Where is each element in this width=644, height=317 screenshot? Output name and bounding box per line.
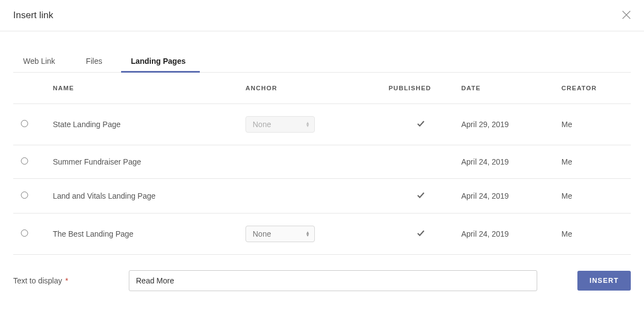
table-row: Land and Vitals Landing PageApril 24, 20…	[13, 179, 631, 214]
col-select	[13, 73, 48, 104]
row-published	[384, 214, 457, 255]
row-name: Summer Fundraiser Page	[48, 145, 241, 179]
row-creator: Me	[557, 145, 631, 179]
anchor-value: None	[253, 229, 271, 238]
table-row: State Landing PageNone▲▼April 29, 2019Me	[13, 104, 631, 145]
row-date: April 29, 2019	[457, 104, 557, 145]
table-row: The Best Landing PageNone▲▼April 24, 201…	[13, 214, 631, 255]
col-published[interactable]: Published	[384, 73, 457, 104]
row-date: April 24, 2019	[457, 179, 557, 214]
close-icon[interactable]	[622, 10, 631, 21]
row-anchor-cell	[241, 145, 384, 179]
row-published	[384, 104, 457, 145]
row-published	[384, 145, 457, 179]
tab-files[interactable]: Files	[72, 51, 117, 72]
select-arrows-icon: ▲▼	[305, 231, 310, 237]
footer-row: Text to display * Insert	[13, 270, 631, 291]
row-creator: Me	[557, 179, 631, 214]
col-anchor[interactable]: Anchor	[241, 73, 384, 104]
text-to-display-input[interactable]	[129, 270, 537, 291]
row-name: The Best Landing Page	[48, 214, 241, 255]
row-date: April 24, 2019	[457, 145, 557, 179]
col-creator[interactable]: Creator	[557, 73, 631, 104]
display-label-text: Text to display	[13, 276, 62, 285]
row-radio[interactable]	[21, 229, 28, 237]
check-icon	[417, 230, 425, 239]
select-arrows-icon: ▲▼	[305, 122, 310, 127]
tabs: Web Link Files Landing Pages	[13, 51, 631, 73]
col-name[interactable]: Name	[48, 73, 241, 104]
row-name: State Landing Page	[48, 104, 241, 145]
row-name: Land and Vitals Landing Page	[48, 179, 241, 214]
row-radio[interactable]	[21, 157, 28, 165]
required-indicator: *	[66, 276, 68, 285]
anchor-select[interactable]: None▲▼	[245, 226, 315, 242]
row-date: April 24, 2019	[457, 214, 557, 255]
row-anchor-cell	[241, 179, 384, 214]
modal-title: Insert link	[13, 10, 53, 21]
landing-pages-table: Name Anchor Published Date Creator State…	[13, 73, 631, 255]
check-icon	[417, 192, 425, 201]
insert-button[interactable]: Insert	[577, 271, 631, 291]
text-to-display-label: Text to display *	[13, 276, 122, 285]
check-icon	[417, 121, 425, 129]
row-radio[interactable]	[21, 192, 28, 199]
col-date[interactable]: Date	[457, 73, 557, 104]
row-anchor-cell: None▲▼	[241, 104, 384, 145]
table-row: Summer Fundraiser PageApril 24, 2019Me	[13, 145, 631, 179]
anchor-select: None▲▼	[245, 116, 315, 133]
anchor-value: None	[253, 120, 271, 129]
row-creator: Me	[557, 104, 631, 145]
row-creator: Me	[557, 214, 631, 255]
row-anchor-cell: None▲▼	[241, 214, 384, 255]
tab-web-link[interactable]: Web Link	[13, 51, 72, 72]
row-radio[interactable]	[21, 120, 28, 127]
row-published	[384, 179, 457, 214]
modal-body: Web Link Files Landing Pages Name Anchor…	[0, 51, 644, 291]
tab-landing-pages[interactable]: Landing Pages	[117, 51, 200, 72]
modal-header: Insert link	[0, 0, 644, 31]
